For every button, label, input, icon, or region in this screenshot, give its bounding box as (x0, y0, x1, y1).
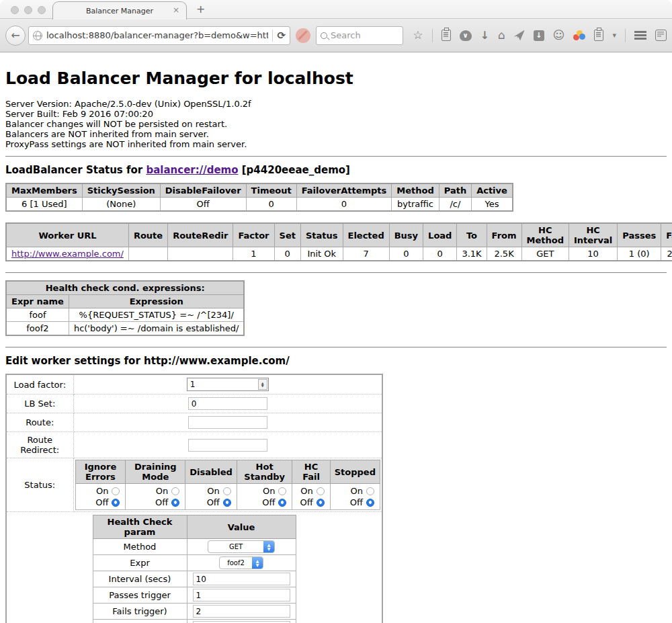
send-tab-icon[interactable] (514, 30, 525, 41)
minimize-window-button[interactable] (24, 6, 32, 14)
toolbar-separator (625, 29, 626, 42)
cell-set: 0 (274, 247, 300, 261)
cell-method: bytraffic (392, 198, 439, 212)
route-input[interactable] (188, 416, 267, 429)
search-placeholder[interactable]: Search (331, 30, 361, 40)
load-factor-cell: 1 ▲▼ (73, 374, 382, 394)
cell-active: Yes (472, 198, 513, 212)
radio-on-label[interactable]: On (156, 485, 168, 497)
radio-off-label[interactable]: Off (155, 497, 168, 508)
reload-icon[interactable]: ⟳ (277, 30, 286, 42)
radio-off-label[interactable]: Off (262, 497, 275, 508)
radio-on[interactable] (278, 487, 286, 495)
radio-on-label[interactable]: On (96, 485, 108, 497)
worker-url-link[interactable]: http://www.example.com/ (11, 249, 124, 259)
new-tab-button[interactable]: + (196, 3, 205, 15)
column-header: Active (472, 183, 513, 198)
toolbar-separator (432, 29, 433, 42)
load-factor-value[interactable]: 1 (187, 380, 258, 389)
radio-on[interactable] (171, 487, 179, 495)
column-header: Factor (233, 223, 274, 247)
tab-balancer-manager[interactable]: Balancer Manager × (52, 1, 187, 19)
radio-on[interactable] (366, 487, 374, 495)
menu-hamburger-icon[interactable] (634, 31, 646, 40)
fails-input[interactable] (193, 605, 290, 618)
browser-window: Balancer Manager × + ← localhost:8880/ba… (0, 0, 672, 623)
load-factor-input[interactable]: 1 ▲▼ (187, 378, 269, 391)
site-identity-globe-icon[interactable] (33, 31, 42, 40)
health-check-param-table: Health Check param Value Method GET ▲▼ (93, 515, 296, 623)
radio-off-label[interactable]: Off (207, 497, 220, 508)
chevron-down-icon[interactable]: ▾ (612, 32, 616, 39)
worker-row: http://www.example.com/ 1 0 Init Ok 7 0 … (6, 247, 672, 261)
close-tab-icon[interactable]: × (173, 5, 179, 15)
radio-on[interactable] (317, 487, 325, 495)
url-bar[interactable]: localhost:8880/balancer-manager?b=demo&w… (28, 26, 290, 45)
pocket-icon[interactable]: ∨ (460, 30, 472, 41)
radio-off-selected[interactable] (223, 499, 231, 507)
clipboard-menu-icon[interactable] (594, 30, 603, 41)
bookmark-star-icon[interactable]: ☆ (413, 30, 423, 41)
method-select[interactable]: GET ▲▼ (208, 540, 275, 553)
search-bar[interactable]: Search (316, 26, 403, 45)
radio-off-selected[interactable] (112, 499, 120, 507)
cell-hc-method: GET (521, 247, 569, 261)
cell-expression: hc('body') =~ /domain is established/ (69, 322, 244, 336)
radio-off-selected[interactable] (171, 499, 179, 507)
back-button[interactable]: ← (5, 26, 26, 46)
number-spinner-icon[interactable]: ▲▼ (258, 379, 267, 390)
radio-on[interactable] (112, 487, 120, 495)
status-label: Status: (6, 458, 73, 512)
column-header: HC Method (521, 223, 569, 247)
cell-elected: 7 (343, 247, 389, 261)
route-cell (73, 413, 382, 432)
downloads-icon[interactable]: ↓ (480, 30, 489, 41)
column-header: Load (423, 223, 457, 247)
feedback-smiley-icon[interactable]: ☺ (553, 30, 565, 41)
status-options-table: Ignore Errors Draining Mode Disabled Hot… (75, 460, 381, 510)
radio-on-label[interactable]: On (263, 485, 275, 497)
lb-set-input[interactable] (188, 397, 267, 410)
interval-input[interactable] (193, 573, 290, 585)
radio-on-label[interactable]: On (300, 485, 312, 497)
expr-cell: foof2 ▲▼ (187, 555, 296, 571)
close-window-button[interactable] (11, 6, 19, 14)
home-icon[interactable]: ⌂ (498, 30, 505, 41)
server-info-line: Server Version: Apache/2.5.0-dev (Unix) … (5, 99, 667, 109)
bookmarks-clipboard-icon[interactable] (442, 30, 451, 41)
save-page-icon[interactable]: ↓ (534, 30, 544, 41)
radio-off-selected[interactable] (278, 499, 286, 507)
expr-select[interactable]: foof2 ▲▼ (219, 556, 263, 569)
balancer-status-table: MaxMembers StickySession DisableFailover… (5, 183, 513, 212)
radio-off-selected[interactable] (317, 499, 325, 507)
radio-off-selected[interactable] (366, 499, 374, 507)
cell-factor: 1 (233, 247, 274, 261)
content-blocker-icon[interactable] (296, 28, 310, 43)
tab-groups-icon[interactable] (655, 30, 667, 41)
radio-off-label[interactable]: Off (350, 497, 363, 508)
form-row-status: Status: Ignore Errors Draining Mode Disa… (6, 458, 382, 512)
table-header-row: MaxMembers StickySession DisableFailover… (6, 183, 513, 198)
radio-on-label[interactable]: On (207, 485, 219, 497)
radio-on-label[interactable]: On (351, 485, 363, 497)
addon-colordots-icon[interactable] (573, 30, 585, 41)
column-header: Fails (661, 223, 672, 247)
zoom-window-button[interactable] (38, 6, 46, 14)
cell-route (128, 247, 167, 261)
method-label: Method (93, 539, 187, 555)
interval-label: Interval (secs) (93, 571, 187, 587)
radio-off-label[interactable]: Off (300, 497, 313, 508)
column-header: Draining Mode (126, 460, 185, 484)
route-redirect-input[interactable] (188, 439, 267, 452)
status-ignore-errors: On Off (75, 484, 126, 510)
edit-worker-form-table: Load factor: 1 ▲▼ LB Set: Route: (5, 374, 383, 623)
url-text[interactable]: localhost:8880/balancer-manager?b=demo&w… (46, 30, 268, 40)
radio-on[interactable] (223, 487, 231, 495)
balancer-demo-link[interactable]: balancer://demo (146, 164, 238, 176)
form-row-health-check: Health Check param Value Method GET ▲▼ (6, 512, 382, 623)
cell-failoverattempts: 0 (296, 198, 392, 212)
radio-off-label[interactable]: Off (95, 497, 108, 508)
hc-header-row: Health Check param Value (93, 515, 296, 539)
passes-input[interactable] (193, 589, 290, 601)
tab-strip: Balancer Manager × + (0, 0, 672, 19)
